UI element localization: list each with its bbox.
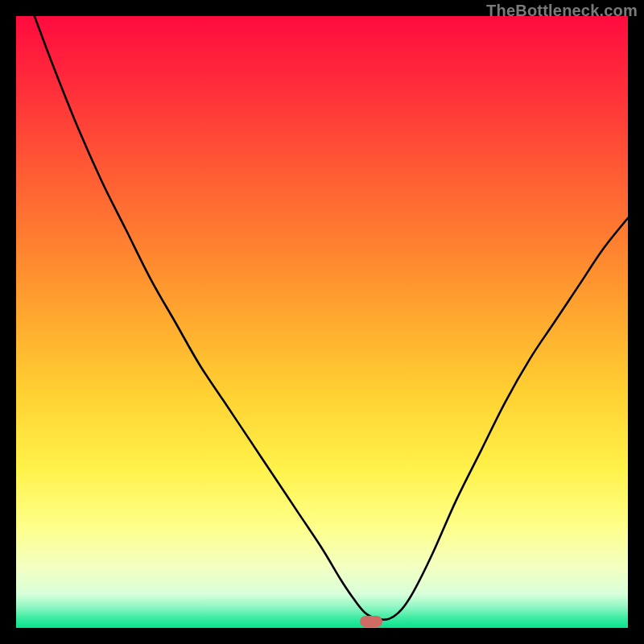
plot-area: [16, 16, 628, 628]
optimal-marker: [360, 616, 382, 627]
chart-frame: TheBottleneck.com: [0, 0, 644, 644]
bottleneck-curve: [35, 16, 628, 620]
curve-layer: [16, 16, 628, 628]
